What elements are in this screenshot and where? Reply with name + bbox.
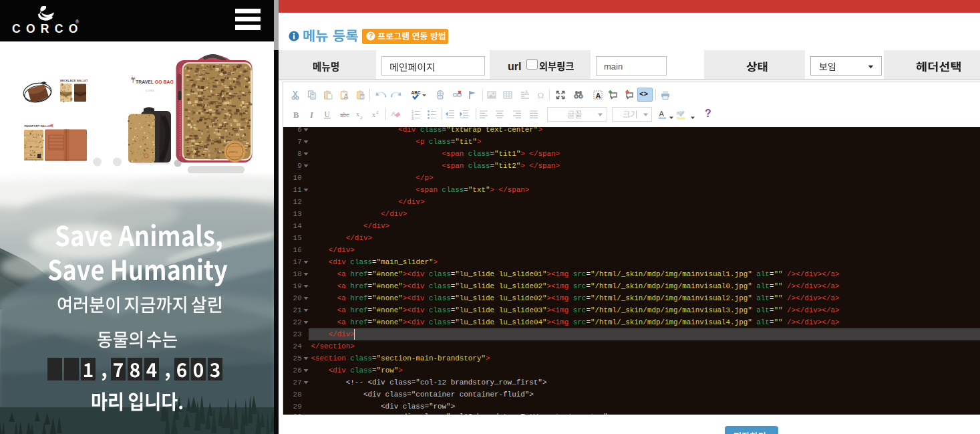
svg-text:B: B [293, 110, 299, 119]
svg-text:A: A [659, 110, 665, 118]
svg-text:I: I [309, 110, 314, 119]
svg-text:ABC: ABC [412, 90, 421, 94]
svg-text:w: w [360, 94, 365, 99]
svg-text:U: U [325, 110, 331, 118]
svg-text:A: A [391, 110, 395, 117]
svg-text:corco: corco [228, 150, 237, 154]
svg-text:2: 2 [376, 110, 379, 115]
svg-text:PASSPORT WALLET: PASSPORT WALLET [25, 124, 53, 128]
svg-text:3: 3 [412, 116, 414, 120]
svg-text:CORK: CORK [146, 90, 154, 92]
svg-text:x: x [372, 111, 375, 118]
svg-text:A: A [595, 91, 601, 99]
svg-text:?: ? [369, 32, 373, 39]
svg-text:TRAVEL GO BAG: TRAVEL GO BAG [136, 80, 174, 84]
svg-text:A: A [525, 90, 528, 94]
svg-text:A: A [344, 92, 349, 100]
svg-text:NECKLACE WALLET: NECKLACE WALLET [60, 79, 88, 82]
svg-text:Ω: Ω [538, 90, 544, 100]
svg-text:2: 2 [360, 114, 363, 120]
svg-text:x: x [356, 110, 359, 118]
